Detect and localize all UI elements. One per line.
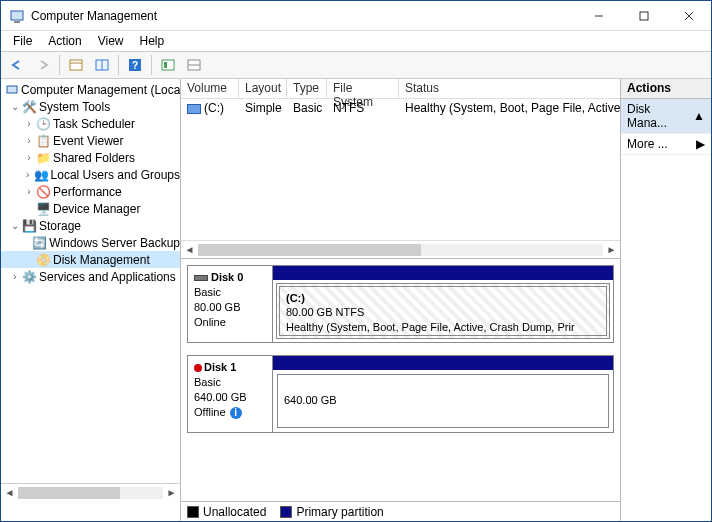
disk-size: 640.00 GB [194,390,266,405]
layout-cell: Simple [239,101,287,115]
disk-kind: Basic [194,285,266,300]
toolbar-separator [151,55,152,75]
svg-rect-1 [14,21,20,23]
col-volume[interactable]: Volume [181,79,239,98]
services-icon: ⚙️ [21,269,37,285]
action-more[interactable]: More ...▶ [621,134,711,155]
tree-label: Services and Applications [39,270,176,284]
volume-list-body: (C:) Simple Basic NTFS Healthy (System, … [181,99,620,240]
col-filesystem[interactable]: File System [327,79,399,98]
nav-forward-button[interactable] [31,53,55,77]
scroll-left-icon[interactable]: ◄ [1,484,18,501]
volume-icon [187,104,201,114]
backup-icon: 🔄 [32,235,47,251]
expand-arrow-icon: ▶ [696,137,705,151]
folder-icon: 📁 [35,150,51,166]
action-disk-management[interactable]: Disk Mana...▲ [621,99,711,134]
partition-size: 640.00 GB [284,393,602,407]
expand-icon[interactable]: › [23,135,35,146]
toolbar-extra1-button[interactable] [156,53,180,77]
col-status[interactable]: Status [399,79,620,98]
offline-indicator-icon [194,364,202,372]
disk-size: 80.00 GB [194,300,266,315]
help-button[interactable]: ? [123,53,147,77]
minimize-button[interactable] [576,1,621,30]
scroll-right-icon[interactable]: ► [603,241,620,258]
volume-list-header: Volume Layout Type File System Status [181,79,620,99]
collapse-icon[interactable]: ⌄ [9,101,21,112]
svg-text:?: ? [132,60,138,71]
partition-size: 80.00 GB NTFS [286,305,600,319]
status-cell: Healthy (System, Boot, Page File, Active… [399,101,620,115]
content-pane: Volume Layout Type File System Status (C… [181,79,621,521]
tree-services[interactable]: ›⚙️Services and Applications [1,268,180,285]
computer-icon [5,82,19,98]
nav-back-button[interactable] [5,53,29,77]
col-type[interactable]: Type [287,79,327,98]
window-controls [576,1,711,30]
tree-event-viewer[interactable]: ›📋Event Viewer [1,132,180,149]
volume-name: (C:) [204,101,224,115]
disk0-graph: (C:) 80.00 GB NTFS Healthy (System, Boot… [272,266,613,342]
tree-local-users[interactable]: ›👥Local Users and Groups [1,166,180,183]
volume-scrollbar[interactable]: ◄ ► [181,240,620,258]
tree-disk-management[interactable]: 📀Disk Management [1,251,180,268]
collapse-icon[interactable]: ⌄ [9,220,21,231]
svg-rect-16 [7,86,17,93]
scroll-thumb[interactable] [198,244,421,256]
menu-view[interactable]: View [92,32,130,50]
expand-icon[interactable]: › [23,186,35,197]
scroll-thumb[interactable] [18,487,120,499]
partition-stripe [273,266,613,280]
tree-task-scheduler[interactable]: ›🕒Task Scheduler [1,115,180,132]
close-button[interactable] [666,1,711,30]
tree-label: Windows Server Backup [49,236,180,250]
disk1-info: Disk 1 Basic 640.00 GB Offlinei [188,356,272,432]
menu-action[interactable]: Action [42,32,87,50]
disk0-partition-c[interactable]: (C:) 80.00 GB NTFS Healthy (System, Boot… [276,283,610,339]
scroll-track[interactable] [18,487,163,499]
disk1-partition[interactable]: 640.00 GB [277,374,609,428]
tree-scrollbar[interactable]: ◄ ► [1,483,180,501]
disk1-block[interactable]: Disk 1 Basic 640.00 GB Offlinei 640.00 G… [187,355,614,433]
storage-icon: 💾 [21,218,37,234]
menu-help[interactable]: Help [134,32,171,50]
tree-system-tools[interactable]: ⌄ 🛠️ System Tools [1,98,180,115]
expand-icon[interactable]: › [23,152,35,163]
expand-icon[interactable]: › [22,169,33,180]
col-layout[interactable]: Layout [239,79,287,98]
expand-icon[interactable]: › [9,271,21,282]
partition-stripe [273,356,613,370]
collapse-arrow-icon: ▲ [693,109,705,123]
tree-storage[interactable]: ⌄💾Storage [1,217,180,234]
svg-rect-12 [162,60,174,70]
tree-windows-backup[interactable]: 🔄Windows Server Backup [1,234,180,251]
window-title: Computer Management [31,9,576,23]
volume-row[interactable]: (C:) Simple Basic NTFS Healthy (System, … [181,99,620,117]
toolbar-view1-button[interactable] [64,53,88,77]
menu-file[interactable]: File [7,32,38,50]
tree-device-manager[interactable]: 🖥️Device Manager [1,200,180,217]
expand-icon[interactable]: › [23,118,35,129]
scroll-left-icon[interactable]: ◄ [181,241,198,258]
scroll-right-icon[interactable]: ► [163,484,180,501]
disk0-block[interactable]: Disk 0 Basic 80.00 GB Online (C:) 80.00 … [187,265,614,343]
tree-label: Computer Management (Local [21,83,181,97]
action-label: Disk Mana... [627,102,693,130]
maximize-button[interactable] [621,1,666,30]
tree-label: Local Users and Groups [51,168,180,182]
scroll-track[interactable] [198,244,603,256]
swatch-blue-icon [280,506,292,518]
tree-root[interactable]: Computer Management (Local [1,81,180,98]
volume-list: Volume Layout Type File System Status (C… [181,79,620,259]
svg-rect-6 [70,60,82,70]
tree-performance[interactable]: ›🚫Performance [1,183,180,200]
partition-label: (C:) [286,291,600,305]
legend: Unallocated Primary partition [181,501,620,521]
tree-shared-folders[interactable]: ›📁Shared Folders [1,149,180,166]
actions-pane: Actions Disk Mana...▲ More ...▶ [621,79,711,521]
toolbar-view2-button[interactable] [90,53,114,77]
info-icon[interactable]: i [230,407,242,419]
toolbar: ? [1,51,711,79]
toolbar-extra2-button[interactable] [182,53,206,77]
